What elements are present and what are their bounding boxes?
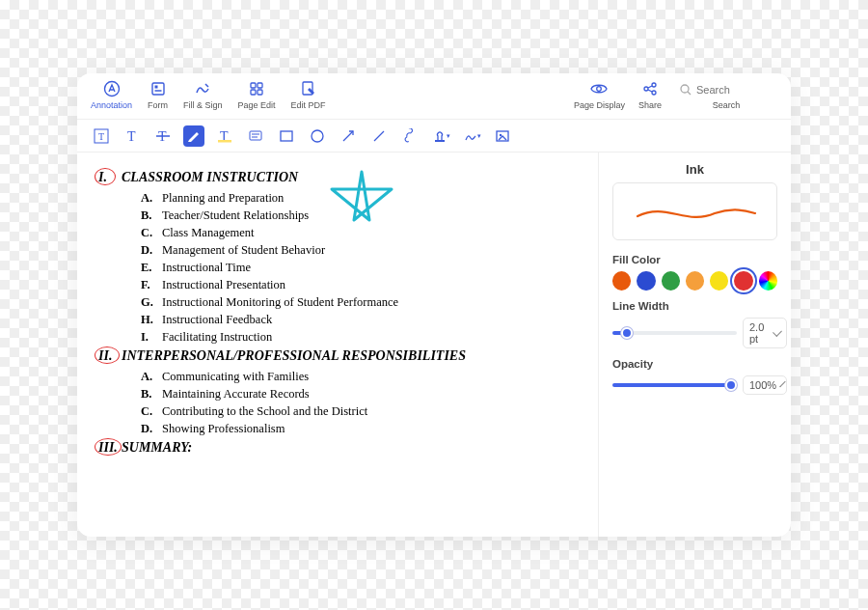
color-swatches: [612, 271, 777, 291]
form-icon: [149, 79, 168, 98]
link-tool[interactable]: [399, 125, 420, 147]
search-box[interactable]: [675, 81, 777, 98]
textbox-tool[interactable]: T: [91, 125, 112, 147]
document-viewport[interactable]: I.CLASSROOM INSTRUCTIONA.Planning and Pr…: [77, 152, 598, 537]
editpdf-label: Edit PDF: [291, 100, 326, 110]
svg-rect-6: [251, 90, 256, 95]
svg-rect-5: [258, 83, 262, 88]
line-tool[interactable]: [368, 125, 390, 147]
svg-point-28: [312, 130, 323, 142]
section-item-list: A.Communicating with FamiliesB.Maintaini…: [141, 370, 588, 436]
item-letter: F.: [141, 278, 162, 292]
highlight-tool[interactable]: T: [214, 125, 235, 147]
opacity-value: 100%: [749, 379, 776, 391]
list-item: F.Instructional Presentation: [141, 278, 588, 292]
section-title: CLASSROOM INSTRUCTION: [122, 170, 298, 184]
signature-tool[interactable]: ▾: [461, 125, 482, 147]
item-text: Instructional Presentation: [162, 278, 285, 291]
item-letter: C.: [141, 404, 162, 419]
search-input[interactable]: [696, 84, 773, 96]
svg-line-13: [648, 86, 652, 88]
item-text: Teacher/Student Relationships: [162, 208, 309, 222]
annotation-sub-toolbar: T T T T ▾ ▾: [77, 120, 791, 152]
linewidth-value: 2.0 pt: [749, 321, 769, 345]
list-item: D.Showing Professionalism: [141, 422, 588, 436]
linewidth-slider[interactable]: [612, 331, 737, 335]
share-button[interactable]: Share: [638, 79, 662, 110]
share-label: Share: [638, 100, 662, 110]
item-letter: D.: [141, 243, 162, 258]
form-tab[interactable]: Form: [148, 79, 168, 110]
item-text: Showing Professionalism: [162, 422, 285, 435]
svg-point-15: [681, 85, 689, 93]
item-letter: C.: [141, 226, 162, 240]
rectangle-tool[interactable]: [276, 125, 297, 147]
svg-text:T: T: [98, 131, 104, 142]
pageedit-icon: [247, 79, 266, 98]
pagedisplay-button[interactable]: Page Display: [574, 79, 625, 110]
chevron-down-icon: [773, 327, 782, 337]
list-item: B.Teacher/Student Relationships: [141, 208, 588, 223]
chevron-down-icon: [779, 380, 785, 386]
svg-rect-7: [258, 90, 262, 95]
item-letter: D.: [141, 422, 162, 436]
section-title: INTERPERSONAL/PROFESSIONAL RESPONSIBILIT…: [122, 348, 466, 363]
list-item: C.Class Management: [141, 226, 588, 240]
item-letter: B.: [141, 208, 162, 223]
item-text: Communicating with Families: [162, 370, 309, 383]
ink-tool[interactable]: [183, 125, 204, 147]
image-tool[interactable]: [492, 125, 513, 147]
text-tool[interactable]: T: [122, 125, 143, 147]
item-letter: E.: [141, 261, 162, 275]
svg-point-9: [597, 87, 602, 92]
color-swatch[interactable]: [734, 271, 752, 291]
section-number: III.: [98, 440, 122, 456]
list-item: I.Facilitating Instruction: [141, 330, 588, 345]
annotation-tab[interactable]: Annotation: [91, 79, 132, 110]
top-toolbar: Annotation Form Fill & Sign Page Edit: [77, 73, 791, 120]
fillcolor-label: Fill Color: [612, 254, 777, 265]
editpdf-tab[interactable]: Edit PDF: [291, 79, 326, 110]
svg-text:T: T: [127, 129, 136, 144]
toolbar-right-group: Page Display Share Search: [574, 79, 777, 110]
item-text: Class Management: [162, 226, 254, 239]
circle-tool[interactable]: [307, 125, 328, 147]
strikethrough-tool[interactable]: T: [152, 125, 174, 147]
ink-properties-panel: Ink Fill Color Line Width 2.0 pt Opacity…: [598, 152, 791, 537]
linewidth-value-box[interactable]: 2.0 pt: [743, 318, 787, 348]
opacity-value-box[interactable]: 100%: [743, 375, 787, 395]
svg-rect-31: [435, 140, 445, 142]
color-swatch[interactable]: [759, 271, 777, 291]
color-swatch[interactable]: [686, 271, 704, 291]
svg-point-33: [500, 133, 502, 135]
pageedit-tab[interactable]: Page Edit: [238, 79, 276, 110]
list-item: A.Communicating with Families: [141, 370, 588, 384]
svg-line-29: [343, 131, 353, 141]
svg-rect-1: [152, 83, 164, 95]
arrow-tool[interactable]: [338, 125, 359, 147]
color-swatch[interactable]: [662, 271, 680, 291]
section-title: SUMMARY:: [122, 440, 192, 455]
item-text: Maintaining Accurate Records: [162, 387, 310, 401]
opacity-slider[interactable]: [612, 383, 737, 387]
fillsign-tab[interactable]: Fill & Sign: [183, 79, 223, 110]
list-item: D.Management of Student Behavior: [141, 243, 588, 258]
color-swatch[interactable]: [637, 271, 655, 291]
fillsign-icon: [193, 79, 212, 98]
form-label: Form: [148, 100, 168, 110]
share-icon: [640, 79, 660, 98]
item-letter: B.: [141, 387, 162, 402]
annotation-icon: [102, 79, 122, 98]
note-tool[interactable]: [245, 125, 266, 147]
search-group: Search: [675, 79, 777, 110]
color-swatch[interactable]: [612, 271, 631, 291]
svg-rect-24: [250, 131, 261, 140]
svg-line-30: [374, 131, 384, 141]
panel-title: Ink: [612, 162, 777, 177]
color-swatch[interactable]: [710, 271, 728, 291]
stamp-tool[interactable]: ▾: [430, 125, 451, 147]
pageedit-label: Page Edit: [238, 100, 276, 110]
editpdf-icon: [299, 79, 318, 98]
list-item: H.Instructional Feedback: [141, 313, 588, 327]
body: I.CLASSROOM INSTRUCTIONA.Planning and Pr…: [77, 152, 791, 537]
